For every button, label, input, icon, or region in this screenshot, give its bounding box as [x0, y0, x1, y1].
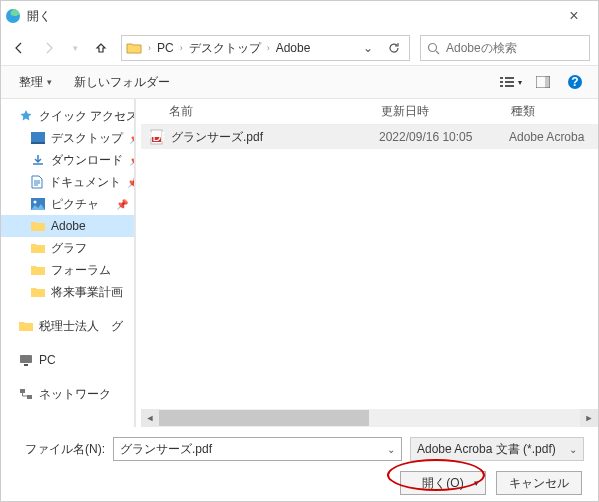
folder-icon [19, 320, 33, 332]
sidebar-item-graph[interactable]: グラフ [1, 237, 134, 259]
document-icon [31, 175, 43, 189]
svg-rect-9 [545, 76, 550, 88]
cancel-button[interactable]: キャンセル [496, 471, 582, 495]
download-icon [31, 154, 45, 166]
open-button-label: 開く(O) [422, 475, 463, 492]
folder-icon [31, 286, 45, 298]
file-list-panel: 名前 更新日時 種類 PDF グランサーズ.pdf 2022/09/16 10:… [141, 99, 598, 427]
chevron-down-icon[interactable]: ⌄ [569, 444, 577, 455]
svg-point-1 [429, 43, 437, 51]
chevron-down-icon[interactable]: ⌄ [387, 444, 395, 455]
file-name: グランサーズ.pdf [171, 129, 379, 146]
sidebar-item-forum[interactable]: フォーラム [1, 259, 134, 281]
search-icon [427, 42, 440, 55]
sidebar-label: グラフ [51, 240, 87, 257]
help-button[interactable]: ? [562, 71, 588, 93]
recent-dropdown[interactable]: ▾ [69, 38, 81, 58]
chevron-right-icon[interactable]: › [265, 43, 272, 53]
search-input[interactable] [446, 41, 596, 55]
sidebar-label: ドキュメント [49, 174, 121, 191]
pin-icon: 📌 [127, 177, 135, 188]
chevron-down-icon[interactable]: ▾ [474, 478, 479, 488]
back-button[interactable] [9, 38, 29, 58]
window-title: 開く [27, 8, 51, 25]
pictures-icon [31, 198, 45, 210]
horizontal-scrollbar[interactable]: ◄ ► [141, 409, 598, 427]
scroll-thumb[interactable] [159, 410, 369, 426]
pin-icon: 📌 [116, 199, 128, 210]
filename-input[interactable] [120, 442, 387, 456]
scroll-left-button[interactable]: ◄ [141, 409, 159, 427]
crumb-adobe[interactable]: Adobe [276, 41, 311, 55]
sidebar: クイック アクセス デスクトップ📌 ダウンロード📌 ドキュメント📌 ピクチャ📌 … [1, 99, 135, 427]
new-folder-button[interactable]: 新しいフォルダー [66, 70, 178, 95]
col-name[interactable]: 名前 [149, 103, 381, 120]
svg-rect-7 [505, 85, 514, 87]
cancel-button-label: キャンセル [509, 475, 569, 492]
folder-icon [31, 220, 45, 232]
svg-rect-4 [500, 81, 503, 83]
filename-field[interactable]: ⌄ [113, 437, 402, 461]
sidebar-item-extra[interactable]: 税理士法人 グ [1, 315, 134, 337]
folder-icon [31, 242, 45, 254]
refresh-button[interactable] [383, 41, 405, 55]
up-button[interactable] [91, 38, 111, 58]
svg-rect-13 [31, 142, 45, 144]
address-bar[interactable]: › PC › デスクトップ › Adobe ⌄ [121, 35, 410, 61]
svg-rect-6 [500, 85, 503, 87]
file-type: Adobe Acroba [509, 130, 598, 144]
scroll-right-button[interactable]: ► [580, 409, 598, 427]
close-button[interactable]: × [554, 7, 594, 25]
chevron-right-icon[interactable]: › [146, 43, 153, 53]
sidebar-label: クイック アクセス [39, 108, 135, 125]
file-type-filter[interactable]: Adobe Acroba 文書 (*.pdf) ⌄ [410, 437, 584, 461]
sidebar-label: ダウンロード [51, 152, 123, 169]
desktop-icon [31, 132, 45, 144]
nav-bar: ▾ › PC › デスクトップ › Adobe ⌄ [1, 31, 598, 65]
column-headers: 名前 更新日時 種類 [141, 99, 598, 125]
sidebar-item-desktop[interactable]: デスクトップ📌 [1, 127, 134, 149]
chevron-right-icon[interactable]: › [178, 43, 185, 53]
svg-rect-17 [24, 364, 28, 366]
filename-label: ファイル名(N): [15, 441, 105, 458]
address-dropdown[interactable]: ⌄ [357, 41, 379, 55]
sidebar-item-future-plan[interactable]: 将来事業計画 [1, 281, 134, 303]
sidebar-item-adobe[interactable]: Adobe [1, 215, 134, 237]
col-type[interactable]: 種類 [511, 103, 598, 120]
pc-icon [19, 354, 33, 366]
sidebar-item-downloads[interactable]: ダウンロード📌 [1, 149, 134, 171]
main-area: クイック アクセス デスクトップ📌 ダウンロード📌 ドキュメント📌 ピクチャ📌 … [1, 99, 598, 427]
col-date[interactable]: 更新日時 [381, 103, 511, 120]
filter-label: Adobe Acroba 文書 (*.pdf) [417, 441, 556, 458]
crumb-pc[interactable]: PC [157, 41, 174, 55]
sidebar-item-network[interactable]: ネットワーク [1, 383, 134, 405]
crumb-desktop[interactable]: デスクトップ [189, 40, 261, 57]
sidebar-item-pc[interactable]: PC [1, 349, 134, 371]
folder-icon [31, 264, 45, 276]
footer: ファイル名(N): ⌄ Adobe Acroba 文書 (*.pdf) ⌄ 開く… [1, 427, 598, 495]
sidebar-label: フォーラム [51, 262, 111, 279]
edge-icon [5, 8, 21, 24]
scroll-track[interactable] [159, 409, 580, 427]
sidebar-item-documents[interactable]: ドキュメント📌 [1, 171, 134, 193]
sidebar-label: ピクチャ [51, 196, 99, 213]
svg-rect-12 [31, 132, 45, 142]
file-row[interactable]: PDF グランサーズ.pdf 2022/09/16 10:05 Adobe Ac… [141, 125, 598, 149]
sidebar-label: Adobe [51, 219, 86, 233]
sidebar-item-pictures[interactable]: ピクチャ📌 [1, 193, 134, 215]
sidebar-label: 将来事業計画 [51, 284, 123, 301]
sidebar-quick-access[interactable]: クイック アクセス [1, 105, 134, 127]
search-box[interactable] [420, 35, 590, 61]
pdf-icon: PDF [149, 129, 165, 145]
star-icon [19, 109, 33, 123]
organize-button[interactable]: 整理▾ [11, 70, 60, 95]
forward-button[interactable] [39, 38, 59, 58]
preview-pane-button[interactable] [530, 71, 556, 93]
title-bar: 開く × [1, 1, 598, 31]
view-options-button[interactable]: ▾ [498, 71, 524, 93]
open-button[interactable]: 開く(O) ▾ [400, 471, 486, 495]
svg-rect-5 [505, 81, 514, 83]
svg-rect-3 [505, 77, 514, 79]
folder-icon [126, 41, 142, 55]
file-list[interactable]: PDF グランサーズ.pdf 2022/09/16 10:05 Adobe Ac… [141, 125, 598, 409]
